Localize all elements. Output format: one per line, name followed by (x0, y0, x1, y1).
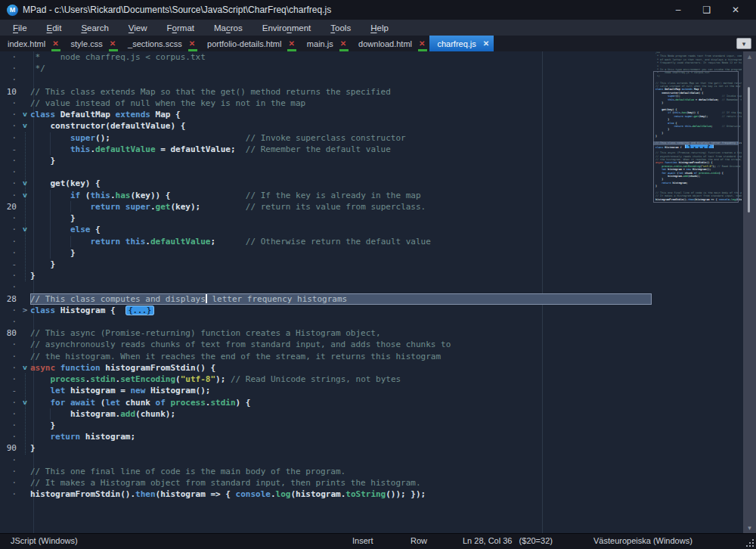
line-number: · (0, 224, 20, 235)
code-line[interactable]: ·v constructor(defaultValue) { (0, 120, 652, 132)
code-line[interactable]: · } (0, 212, 652, 224)
code-line[interactable]: 20 return super.get(key); // return its … (0, 201, 652, 212)
indent-guide (50, 212, 51, 224)
code-line[interactable]: ·// It makes a Histogram object from sta… (0, 477, 652, 489)
code-line[interactable]: · */ (0, 63, 652, 74)
code-line[interactable]: ·// This one final line of code is the m… (0, 466, 652, 477)
vertical-scrollbar[interactable]: ▲ ▾ (743, 51, 756, 533)
line-number: · (0, 362, 20, 374)
code-line-current[interactable]: 28// This class computes and displays le… (0, 293, 652, 305)
code-line[interactable]: 10// This class extends Map so that the … (0, 86, 652, 98)
tab-close-icon[interactable]: ✕ (288, 39, 294, 48)
tab-close-icon[interactable]: ✕ (419, 39, 425, 48)
code-text (30, 454, 652, 466)
code-line[interactable]: ·>class Histogram { {...} (0, 305, 652, 316)
code-line[interactable]: ·vasync function histogramFromStdin() { (0, 362, 652, 374)
tab-label: index.html (8, 39, 45, 48)
code-line[interactable]: ·histogramFromStdin().then(histogram => … (0, 489, 652, 500)
fold-badge[interactable]: {...} (125, 306, 154, 315)
fold-column (20, 86, 30, 98)
code-line[interactable]: 80// This async (Promise-returning) func… (0, 327, 652, 339)
mpad-window: M MPad - c:\Users\Rickard\Documents\Sour… (0, 0, 756, 549)
tab-overflow-dropdown[interactable]: ▾ (736, 38, 751, 49)
code-line[interactable]: 90} (0, 442, 652, 454)
code-line[interactable]: · (0, 454, 652, 466)
code-area[interactable]: · * node charfreq.js < corpus.txt· */·10… (0, 51, 652, 533)
code-line[interactable]: ·v get(key) { (0, 178, 652, 189)
status-row-mode[interactable]: Row (411, 536, 427, 545)
code-line[interactable]: · (0, 166, 652, 178)
tab-main-js[interactable]: main.js✕ (299, 36, 351, 51)
fold-column (20, 281, 30, 293)
line-number: · (0, 408, 20, 420)
code-line[interactable]: ·} (0, 270, 652, 281)
code-line[interactable]: · } (0, 155, 652, 166)
menu-view[interactable]: View (119, 22, 157, 34)
tab-close-icon[interactable]: ✕ (340, 39, 346, 48)
maximize-button[interactable]: ❑ (692, 0, 721, 20)
minimize-button[interactable]: – (664, 0, 692, 20)
status-syntax-mode[interactable]: JScript (Windows) (11, 536, 78, 545)
code-text: // This async (Promise-returning) functi… (30, 327, 652, 339)
code-line[interactable]: ·vclass DefaultMap extends Map { (0, 109, 652, 120)
code-line[interactable]: ·// the histogram. When it reaches the e… (0, 351, 652, 362)
code-line[interactable]: · } (0, 420, 652, 431)
tab-style-css[interactable]: style.css✕ (64, 36, 121, 51)
line-number: · (0, 166, 20, 178)
code-line[interactable]: ·v for await (let chunk of process.stdin… (0, 397, 652, 408)
tab-download-html[interactable]: download.html✕ (351, 36, 429, 51)
minimap-viewport[interactable] (653, 71, 739, 203)
menu-help[interactable]: Help (361, 22, 398, 34)
tab--sections-scss[interactable]: _sections.scss✕ (120, 36, 200, 51)
code-line[interactable]: - } (0, 259, 652, 270)
code-line[interactable]: ·// asynchronously reads chunks of text … (0, 339, 652, 350)
menu-search[interactable]: Search (71, 22, 118, 34)
code-line[interactable]: - this.defaultValue = defaultValue; // R… (0, 144, 652, 155)
line-number: · (0, 316, 20, 327)
menu-macros[interactable]: Macros (204, 22, 253, 34)
code-line[interactable]: · super(); // Invoke superclass construc… (0, 132, 652, 144)
app-icon: M (7, 5, 18, 16)
code-text: get(key) { (30, 178, 652, 189)
tab-portfolio-details-html[interactable]: portfolio-details.html✕ (200, 36, 299, 51)
code-line[interactable]: - let histogram = new Histogram(); (0, 385, 652, 396)
code-line[interactable]: · return histogram; (0, 431, 652, 442)
fold-arrow-icon[interactable]: > (20, 305, 30, 316)
code-line[interactable]: · histogram.add(chunk); (0, 408, 652, 420)
tab-close-icon[interactable]: ✕ (110, 39, 116, 48)
scrollbar-thumb[interactable] (748, 87, 750, 212)
tab-charfreq-js[interactable]: charfreq.js✕ (429, 36, 494, 51)
tab-close-icon[interactable]: ✕ (483, 39, 489, 48)
status-insert-mode[interactable]: Insert (352, 536, 373, 545)
code-line[interactable]: · return this.defaultValue; // Otherwise… (0, 236, 652, 247)
menu-edit[interactable]: Edit (37, 22, 72, 34)
scroll-down-icon[interactable]: ▾ (743, 524, 756, 532)
fold-arrow-icon[interactable]: v (20, 120, 30, 132)
code-line[interactable]: ·v else { (0, 224, 652, 235)
code-line[interactable]: ·v if (this.has(key)) { // If the key is… (0, 190, 652, 201)
code-line[interactable]: · (0, 316, 652, 327)
status-cursor-position[interactable]: Ln 28, Col 36 ($20=32) (463, 536, 553, 545)
tab-close-icon[interactable]: ✕ (52, 39, 58, 48)
fold-arrow-icon[interactable]: v (20, 362, 30, 374)
tab-close-icon[interactable]: ✕ (189, 39, 195, 48)
resize-grip-icon[interactable] (746, 539, 754, 547)
code-line[interactable]: ·// value instead of null when the key i… (0, 98, 652, 109)
minimap-indicator-icon[interactable]: ▲ (743, 53, 756, 60)
code-line[interactable]: · * node charfreq.js < corpus.txt (0, 51, 652, 63)
code-line[interactable]: · (0, 74, 652, 85)
code-line[interactable]: · (0, 281, 652, 293)
menu-environment[interactable]: Environment (253, 22, 321, 34)
menu-tools[interactable]: Tools (321, 22, 361, 34)
window-title: MPad - c:\Users\Rickard\Documents\Source… (23, 5, 331, 15)
close-button[interactable]: ✕ (721, 0, 750, 20)
code-line[interactable]: · } (0, 247, 652, 259)
minimap[interactable]: /** * This Node program reads text from … (652, 51, 742, 533)
fold-arrow-icon[interactable]: v (20, 109, 30, 120)
menu-file[interactable]: File (3, 22, 37, 34)
tab-index-html[interactable]: index.html✕ (0, 36, 64, 51)
code-line[interactable]: · process.stdin.setEncoding("utf-8"); //… (0, 374, 652, 385)
code-text: // It makes a Histogram object from stan… (30, 477, 652, 489)
menu-format[interactable]: Format (157, 22, 204, 34)
status-encoding[interactable]: Västeuropeiska (Windows) (593, 536, 692, 545)
